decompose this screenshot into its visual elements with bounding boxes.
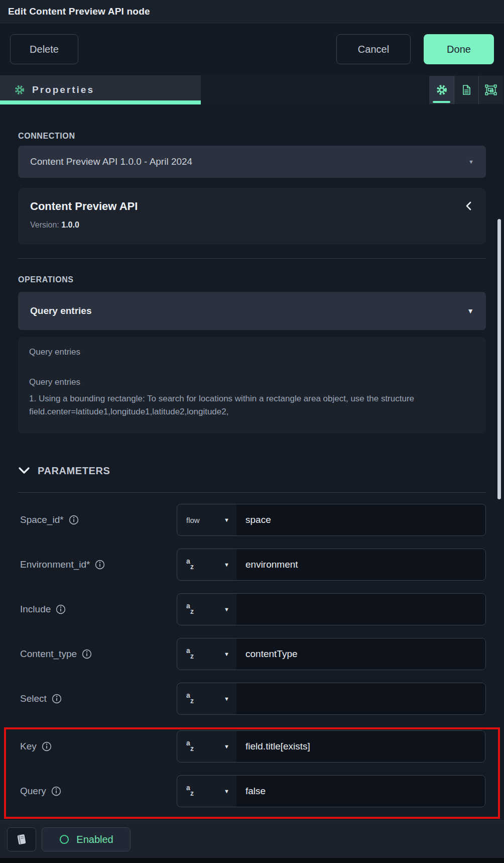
space-id-input[interactable] bbox=[236, 504, 485, 535]
book-icon bbox=[15, 833, 28, 846]
chevron-down-icon: ▼ bbox=[224, 651, 229, 657]
az-icon-a: a bbox=[186, 784, 190, 792]
collapse-chevron-left-icon[interactable] bbox=[465, 201, 473, 213]
key-input[interactable] bbox=[236, 731, 485, 762]
done-button[interactable]: Done bbox=[424, 34, 494, 64]
az-icon-z: z bbox=[190, 789, 194, 797]
connection-selected-value: Content Preview API 1.0.0 - April 2024 bbox=[30, 156, 192, 167]
tab-documentation[interactable] bbox=[454, 76, 478, 104]
api-card-title: Content Preview API bbox=[30, 200, 473, 213]
panel-titlebar: Edit Content Preview API node bbox=[0, 0, 504, 23]
type-selector-flow[interactable]: flow ▼ bbox=[177, 504, 236, 535]
delete-button[interactable]: Delete bbox=[10, 34, 78, 64]
param-label-text: Space_id* bbox=[20, 514, 64, 525]
param-label: Select bbox=[18, 693, 177, 704]
content-type-input[interactable] bbox=[236, 638, 485, 670]
param-label-text: Content_type bbox=[20, 649, 77, 660]
footer-bar: Enabled bbox=[0, 820, 504, 858]
description-line: Query entries bbox=[29, 376, 475, 389]
icon-tab-underline bbox=[433, 101, 450, 103]
active-tab-underline bbox=[0, 100, 201, 104]
param-field: a z ▼ bbox=[177, 775, 485, 807]
chevron-down-icon: ▼ bbox=[224, 562, 229, 568]
info-icon[interactable] bbox=[95, 560, 105, 570]
param-label-text: Select bbox=[20, 693, 47, 704]
type-selector-string[interactable]: a z ▼ bbox=[177, 594, 236, 625]
description-line: Query entries bbox=[29, 346, 475, 359]
param-row-select: Select a z ▼ bbox=[18, 683, 486, 715]
version-label: Version: bbox=[30, 221, 59, 229]
param-row-content-type: Content_type a z ▼ bbox=[18, 638, 486, 670]
panel-title: Edit Content Preview API node bbox=[8, 6, 150, 17]
environment-id-input[interactable] bbox=[236, 549, 485, 580]
tab-settings-gear[interactable] bbox=[429, 76, 454, 104]
operations-section-label: OPERATIONS bbox=[18, 275, 486, 284]
operation-select[interactable]: Query entries ▼ bbox=[18, 292, 486, 330]
api-version-line: Version: 1.0.0 bbox=[30, 221, 473, 230]
divider bbox=[18, 492, 486, 493]
param-label: Include bbox=[18, 604, 177, 615]
type-selector-string[interactable]: a z ▼ bbox=[177, 638, 236, 670]
param-field: a z ▼ bbox=[177, 638, 486, 670]
param-field: a z ▼ bbox=[177, 549, 486, 581]
param-row-environment-id: Environment_id* a z ▼ bbox=[18, 549, 486, 581]
select-input[interactable] bbox=[236, 683, 485, 714]
az-icon-z: z bbox=[190, 607, 194, 615]
info-icon[interactable] bbox=[42, 741, 52, 751]
az-icon: a z bbox=[186, 740, 195, 753]
info-icon[interactable] bbox=[51, 786, 61, 796]
param-row-include: Include a z ▼ bbox=[18, 593, 486, 625]
param-label-text: Include bbox=[20, 604, 51, 615]
type-selector-string[interactable]: a z ▼ bbox=[177, 731, 236, 762]
type-selector-string[interactable]: a z ▼ bbox=[177, 683, 236, 714]
az-icon-a: a bbox=[186, 691, 190, 699]
operation-description: Query entries Query entries 1. Using a b… bbox=[18, 337, 486, 434]
cancel-button[interactable]: Cancel bbox=[336, 34, 411, 64]
chevron-down-icon: ▼ bbox=[224, 606, 229, 612]
az-icon-a: a bbox=[186, 646, 190, 655]
type-selector-string[interactable]: a z ▼ bbox=[177, 776, 236, 807]
type-selector-label: flow bbox=[186, 516, 200, 524]
param-label-text: Query bbox=[20, 786, 46, 797]
param-label-text: Key bbox=[20, 741, 37, 752]
status-circle-icon bbox=[59, 834, 70, 845]
operation-selected-value: Query entries bbox=[30, 305, 92, 316]
gear-icon bbox=[436, 84, 448, 96]
az-icon-a: a bbox=[186, 557, 190, 565]
info-icon[interactable] bbox=[56, 604, 66, 614]
az-icon-z: z bbox=[190, 563, 194, 571]
gear-icon bbox=[14, 84, 25, 95]
chevron-down-icon: ▼ bbox=[468, 159, 474, 165]
az-icon: a z bbox=[186, 603, 195, 616]
param-field: a z ▼ bbox=[177, 683, 486, 715]
param-label: Content_type bbox=[18, 649, 177, 660]
tab-node-outline[interactable] bbox=[478, 76, 503, 104]
scrollbar-thumb[interactable] bbox=[497, 219, 501, 499]
include-input[interactable] bbox=[236, 594, 485, 625]
tab-properties[interactable]: Properties bbox=[0, 75, 201, 104]
parameters-header[interactable]: PARAMETERS bbox=[18, 465, 486, 477]
icon-tab-group bbox=[429, 76, 503, 104]
type-selector-string[interactable]: a z ▼ bbox=[177, 549, 236, 580]
divider bbox=[18, 258, 486, 259]
chevron-down-icon: ▼ bbox=[224, 743, 229, 749]
chevron-down-icon: ▼ bbox=[224, 788, 229, 794]
info-icon[interactable] bbox=[82, 649, 92, 659]
az-icon: a z bbox=[186, 692, 195, 705]
az-icon-z: z bbox=[190, 697, 194, 705]
info-icon[interactable] bbox=[52, 694, 62, 704]
document-icon bbox=[460, 84, 472, 96]
enabled-toggle[interactable]: Enabled bbox=[42, 827, 131, 851]
enabled-label: Enabled bbox=[76, 834, 113, 845]
info-icon[interactable] bbox=[69, 515, 79, 525]
tab-bar-spacer bbox=[201, 75, 429, 104]
param-label: Environment_id* bbox=[18, 559, 177, 570]
action-bar: Delete Cancel Done bbox=[0, 23, 504, 75]
docs-button[interactable] bbox=[7, 827, 36, 851]
parameters-section-label: PARAMETERS bbox=[38, 465, 110, 477]
az-icon-a: a bbox=[186, 602, 190, 610]
selection-group-icon bbox=[484, 83, 497, 96]
properties-content: CONNECTION Content Preview API 1.0.0 - A… bbox=[0, 104, 504, 820]
query-input[interactable] bbox=[236, 776, 485, 807]
connection-select[interactable]: Content Preview API 1.0.0 - April 2024 ▼ bbox=[18, 146, 486, 178]
